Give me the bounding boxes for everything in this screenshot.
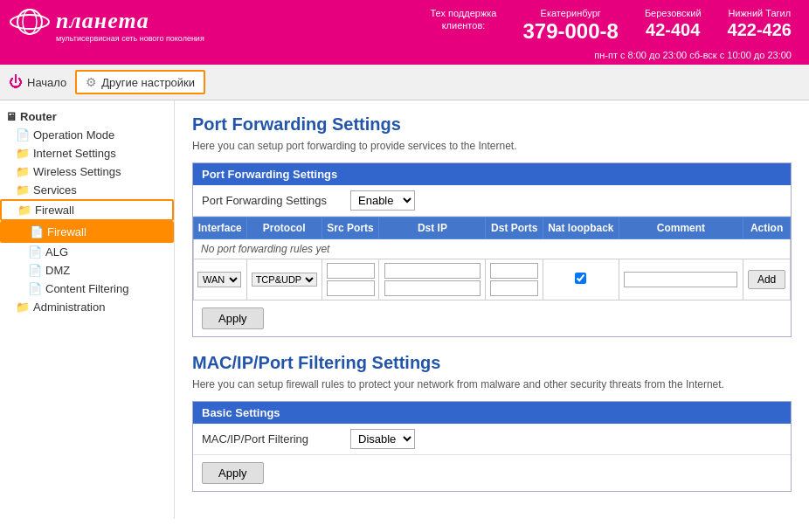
city-berezovsky: Березовский 42-404 — [645, 7, 702, 40]
sidebar-label-firewall-sub: Firewall — [47, 225, 86, 238]
no-rules-text: No port forwarding rules yet — [194, 239, 791, 259]
computer-icon: 🖥 — [5, 110, 17, 123]
dst-port-1[interactable] — [490, 263, 538, 279]
th-nat-loopback: Nat loopback — [543, 218, 619, 239]
city-ekaterinburg: Екатеринбург 379-000-8 — [522, 7, 618, 45]
support-label: Тех поддержка клиентов: — [431, 7, 497, 32]
add-button[interactable]: Add — [748, 270, 785, 289]
sidebar-label-dmz: DMZ — [45, 264, 70, 277]
sidebar-label-router: Router — [20, 110, 57, 123]
mac-apply-button[interactable]: Apply — [202, 462, 264, 484]
sidebar-item-firewall-sub[interactable]: 📄 Firewall — [0, 221, 174, 243]
header: планета мультисервисная сеть нового поко… — [0, 0, 809, 65]
support-area: Тех поддержка клиентов: Екатеринбург 379… — [431, 7, 792, 45]
power-icon: ⏻ — [9, 74, 23, 90]
src-port-2[interactable] — [327, 280, 375, 296]
pf-section-header: Port Forwarding Settings — [193, 163, 791, 185]
protocol-cell: TCP&UDP TCP UDP — [246, 259, 322, 301]
sidebar-label-cf: Content Filtering — [45, 282, 128, 295]
pf-apply-button[interactable]: Apply — [202, 307, 264, 329]
comment-input[interactable] — [624, 272, 737, 287]
doc-icon-dmz: 📄 — [28, 264, 42, 277]
src-ports-inputs — [326, 263, 376, 296]
settings-button[interactable]: ⚙ Другие настройки — [75, 70, 205, 94]
sidebar-item-services[interactable]: 📁 Services — [0, 181, 174, 199]
mac-filter-row: MAC/IP/Port Filtering Disable Enable — [193, 424, 791, 455]
th-src-ports: Src Ports — [322, 218, 379, 239]
logo-sub: мультисервисная сеть нового поколения — [56, 34, 204, 44]
content-area: Port Forwarding Settings Here you can se… — [175, 100, 809, 519]
city-name-0: Екатеринбург — [522, 7, 618, 19]
th-action: Action — [743, 218, 791, 239]
city-tagil: Нижний Тагил 422-426 — [728, 7, 792, 40]
sidebar-label-wireless: Wireless Settings — [33, 165, 121, 178]
src-ports-cell — [322, 259, 379, 301]
main-layout: 🖥 Router 📄 Operation Mode 📁 Internet Set… — [0, 100, 809, 519]
city-name-1: Березовский — [645, 7, 702, 19]
sidebar-item-firewall[interactable]: 📁 Firewall — [0, 199, 174, 221]
table-row: WAN TCP&UDP TCP UDP — [194, 259, 791, 301]
sidebar-item-alg[interactable]: 📄 ALG — [0, 243, 174, 261]
logo-text: планета — [56, 8, 204, 34]
sidebar: 🖥 Router 📄 Operation Mode 📁 Internet Set… — [0, 100, 175, 519]
sidebar-item-content-filtering[interactable]: 📄 Content Filtering — [0, 280, 174, 298]
nat-loopback-cell — [543, 259, 619, 301]
mac-page-title: MAC/IP/Port Filtering Settings — [192, 353, 792, 373]
nat-loopback-checkbox[interactable] — [575, 273, 586, 284]
folder-icon-1: 📁 — [16, 147, 30, 160]
city-number-0: 379-000-8 — [522, 19, 618, 45]
folder-icon-4: 📁 — [17, 204, 31, 217]
sidebar-label-firewall: Firewall — [35, 204, 74, 217]
doc-icon-0: 📄 — [16, 128, 30, 142]
sidebar-item-operation-mode[interactable]: 📄 Operation Mode — [0, 126, 174, 144]
action-cell: Add — [743, 259, 791, 301]
gear-icon: ⚙ — [86, 75, 97, 89]
sidebar-item-administration[interactable]: 📁 Administration — [0, 298, 174, 316]
pf-enable-row: Port Forwarding Settings Enable Disable — [193, 185, 791, 217]
dst-ip-1[interactable] — [384, 263, 481, 279]
home-button[interactable]: ⏻ Начало — [9, 74, 66, 90]
pf-page-desc: Here you can setup port forwarding to pr… — [192, 140, 792, 152]
sidebar-label-alg: ALG — [45, 245, 68, 259]
th-protocol: Protocol — [246, 218, 322, 239]
sidebar-item-internet-settings[interactable]: 📁 Internet Settings — [0, 144, 174, 162]
interface-select[interactable]: WAN — [197, 272, 241, 287]
settings-label: Другие настройки — [101, 76, 195, 89]
mac-section: Basic Settings MAC/IP/Port Filtering Dis… — [192, 401, 792, 492]
src-port-1[interactable] — [327, 263, 375, 279]
interface-cell: WAN — [194, 259, 247, 301]
sidebar-item-dmz[interactable]: 📄 DMZ — [0, 261, 174, 280]
header-top: планета мультисервисная сеть нового поко… — [0, 0, 809, 48]
sidebar-label-internet: Internet Settings — [33, 147, 116, 160]
mac-section-body: MAC/IP/Port Filtering Disable Enable App… — [193, 424, 791, 491]
folder-icon-admin: 📁 — [16, 301, 30, 314]
th-dst-ports: Dst Ports — [486, 218, 543, 239]
navbar: ⏻ Начало ⚙ Другие настройки — [0, 65, 809, 100]
dst-ip-2[interactable] — [384, 280, 481, 296]
doc-icon-firewall: 📄 — [30, 225, 44, 238]
pf-section-body: Port Forwarding Settings Enable Disable … — [193, 185, 791, 336]
th-interface: Interface — [194, 218, 247, 239]
svg-point-0 — [17, 10, 42, 34]
svg-point-1 — [10, 15, 49, 29]
header-hours: пн-пт с 8:00 до 23:00 сб-вск с 10:00 до … — [0, 48, 809, 65]
support-block-main: Тех поддержка клиентов: — [431, 7, 497, 32]
city-name-2: Нижний Тагил — [728, 7, 792, 19]
pf-enable-select[interactable]: Enable Disable — [350, 190, 415, 211]
sidebar-label-services: Services — [33, 183, 77, 197]
sidebar-item-router[interactable]: 🖥 Router — [0, 107, 174, 126]
hours-text: пн-пт с 8:00 до 23:00 сб-вск с 10:00 до … — [594, 50, 792, 60]
dst-ports-cell — [486, 259, 543, 301]
pf-page-title: Port Forwarding Settings — [192, 114, 792, 135]
sidebar-item-wireless-settings[interactable]: 📁 Wireless Settings — [0, 162, 174, 181]
dst-port-2[interactable] — [490, 280, 538, 296]
dst-ip-cell — [379, 259, 486, 301]
city-number-1: 42-404 — [645, 19, 702, 40]
mac-page-desc: Here you can setup firewall rules to pro… — [192, 378, 792, 390]
city-number-2: 422-426 — [728, 19, 792, 40]
mac-section-header: Basic Settings — [193, 402, 791, 424]
mac-filter-select[interactable]: Disable Enable — [350, 429, 415, 449]
logo-icon — [9, 8, 51, 45]
protocol-select[interactable]: TCP&UDP TCP UDP — [252, 273, 317, 287]
table-header-row: Interface Protocol Src Ports Dst IP Dst … — [194, 218, 791, 239]
